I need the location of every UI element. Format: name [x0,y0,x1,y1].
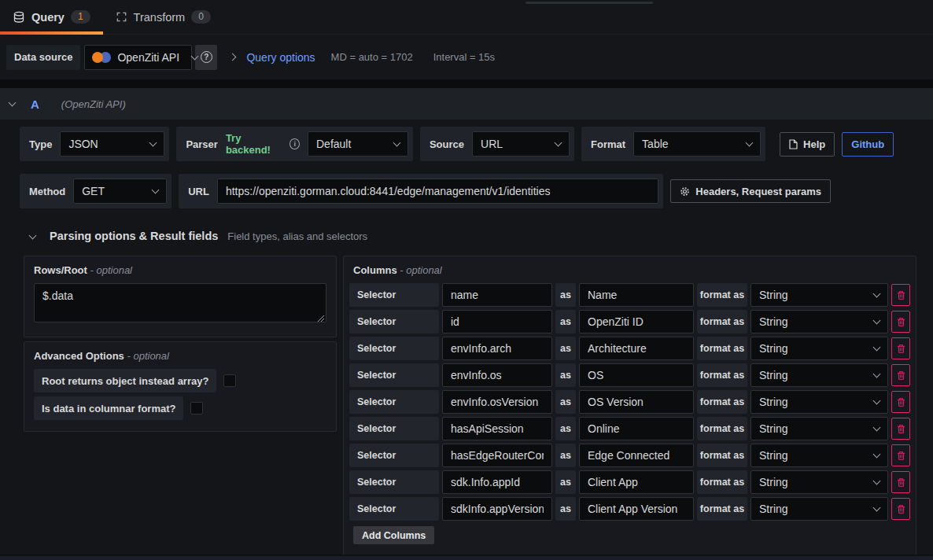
transform-icon [116,11,127,23]
chevron-down-icon [746,139,754,147]
alias-input[interactable] [579,444,694,467]
alias-input[interactable] [579,390,694,414]
url-input[interactable] [217,179,658,204]
delete-column-button[interactable] [891,311,910,333]
trash-icon [897,290,905,300]
datasource-toolbar: Data source OpenZiti API ? Query options… [0,35,933,79]
format-select[interactable]: String [750,417,888,440]
rows-root-input[interactable]: $.data [34,283,326,322]
gear-icon [680,186,690,197]
query-options-toggle[interactable]: Query options [246,51,315,64]
format-select[interactable]: String [750,310,888,333]
selector-input[interactable] [442,363,552,387]
column-row: Selector as format as String [349,283,910,307]
alias-input[interactable] [579,337,694,360]
info-circle-icon[interactable]: i [289,138,300,149]
selector-input[interactable] [442,497,552,521]
as-label: as [555,470,576,494]
chevron-down-icon [873,370,881,378]
format-label: Format [591,138,625,150]
selector-input[interactable] [442,337,552,360]
format-select[interactable]: Table [633,131,761,157]
format-select[interactable]: String [750,390,888,414]
selector-input[interactable] [442,417,552,440]
delete-column-button[interactable] [891,337,910,359]
format-select[interactable]: String [750,283,888,307]
method-field: Method GET [20,174,171,208]
selector-input[interactable] [442,444,552,467]
format-select[interactable]: String [750,497,888,521]
format-select[interactable]: String [750,444,888,467]
alias-input[interactable] [579,470,694,494]
format-select[interactable]: String [750,470,888,494]
root-returns-object-checkbox[interactable] [223,374,236,387]
format-as-label: format as [697,497,747,521]
query-ref-id: A [31,98,39,111]
parsing-options-header[interactable]: Parsing options & Result fields Field ty… [30,230,933,242]
collapse-chevron-icon[interactable] [29,232,37,240]
advanced-options-title: Advanced Options - optional [34,350,326,362]
headers-request-params-button[interactable]: Headers, Request params [670,179,831,203]
delete-column-button[interactable] [891,284,910,306]
format-as-label: format as [697,337,747,360]
delete-column-button[interactable] [891,418,910,440]
as-label: as [555,497,576,521]
alias-input[interactable] [579,363,694,387]
parser-field: Parser Try backend! i Default [176,127,413,161]
pane-drag-handle[interactable] [526,2,653,4]
root-returns-object-row: Root returns object instead array? [34,369,326,392]
selector-input[interactable] [442,283,552,307]
collapse-chevron-icon[interactable] [9,99,17,107]
format-as-label: format as [697,310,747,333]
document-icon [789,139,798,149]
tab-query[interactable]: Query 1 [0,0,103,34]
format-as-label: format as [697,390,747,414]
format-select[interactable]: String [750,337,888,360]
try-backend-link[interactable]: Try backend! [226,132,282,156]
delete-column-button[interactable] [891,498,910,520]
source-label: Source [430,138,464,150]
alias-input[interactable] [579,310,694,333]
chevron-down-icon [393,139,401,147]
query-row-header[interactable]: A (OpenZiti API) [0,88,933,120]
delete-column-button[interactable] [891,471,910,493]
selector-input[interactable] [442,470,552,494]
parsing-options-subtitle: Field types, alias and selectors [227,230,367,242]
format-as-label: format as [697,417,747,440]
chevron-down-icon [873,290,881,298]
type-select[interactable]: JSON [60,131,164,157]
alias-input[interactable] [579,283,694,307]
chevron-down-icon [873,451,881,459]
chevron-down-icon [149,139,157,147]
method-select[interactable]: GET [73,179,167,204]
delete-column-button[interactable] [891,391,910,413]
alias-input[interactable] [579,417,694,440]
add-columns-button[interactable]: Add Columns [353,526,434,544]
url-label: URL [188,186,209,197]
chevron-down-icon [873,424,881,432]
columnar-format-checkbox[interactable] [190,402,203,414]
selector-input[interactable] [442,310,552,333]
github-button[interactable]: Github [842,132,894,157]
datasource-picker[interactable]: OpenZiti API [84,45,192,70]
selector-label: Selector [349,497,439,521]
tab-query-label: Query [31,11,65,24]
parsing-options-title: Parsing options & Result fields [50,230,218,242]
as-label: as [555,337,576,360]
alias-input[interactable] [579,497,694,521]
format-select[interactable]: String [750,363,888,387]
column-row: Selector as format as String [349,390,910,414]
datasource-help-button[interactable]: ? [195,45,217,70]
parser-select[interactable]: Default [308,131,408,157]
selector-input[interactable] [442,390,552,414]
delete-column-button[interactable] [891,364,910,386]
selector-label: Selector [349,363,439,387]
delete-column-button[interactable] [891,444,910,466]
help-button[interactable]: Help [780,132,835,157]
selector-label: Selector [349,390,439,414]
chevron-down-icon [873,477,881,485]
source-select[interactable]: URL [472,131,570,157]
tab-transform[interactable]: Transform 0 [103,0,223,34]
query-count-badge: 1 [71,10,90,24]
parser-label: Parser [186,138,217,150]
